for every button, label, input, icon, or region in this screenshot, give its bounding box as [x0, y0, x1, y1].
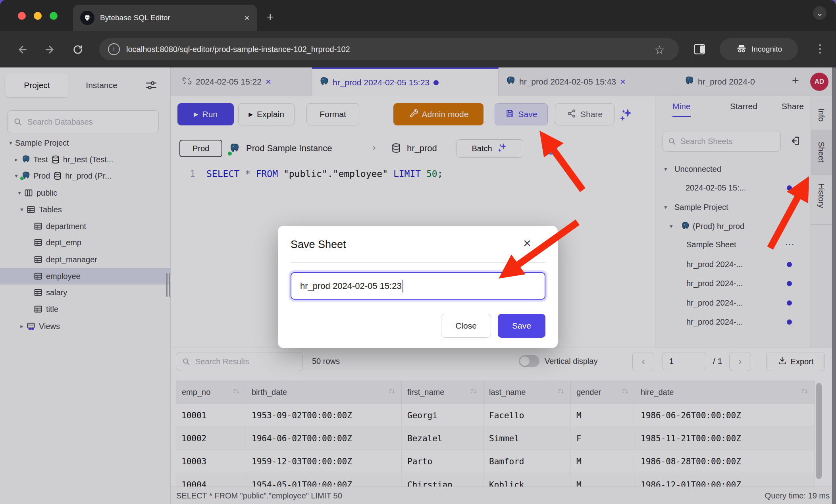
sheet-group-project[interactable]: ▾ Sample Project: [655, 198, 811, 216]
filter-sliders-icon[interactable]: [144, 79, 158, 94]
table-cell[interactable]: 10002: [176, 427, 246, 450]
sheet-search-input[interactable]: [680, 137, 776, 146]
next-page-button[interactable]: ›: [729, 352, 751, 371]
table-cell[interactable]: Simmel: [483, 427, 571, 450]
table-cell[interactable]: M: [571, 450, 635, 473]
table-scrollbar[interactable]: [816, 383, 822, 479]
tree-node-schema-public[interactable]: ▾ public: [0, 185, 171, 201]
dialog-close-button[interactable]: Close: [441, 314, 491, 338]
format-button[interactable]: Format: [306, 103, 359, 125]
table-cell[interactable]: Bezalel: [402, 427, 483, 450]
site-info-icon[interactable]: i: [108, 43, 120, 55]
table-cell[interactable]: 10001: [176, 404, 246, 427]
database-search[interactable]: [7, 110, 159, 133]
strip-tab-sheet-active[interactable]: Sheet: [811, 130, 832, 175]
sheet-tab-3[interactable]: hr_prod 2024-02-05 15:43 ×: [499, 67, 677, 96]
table-cell[interactable]: 1986-08-28T00:00:00Z: [635, 450, 815, 473]
column-header[interactable]: gender: [571, 381, 635, 404]
table-cell[interactable]: 1959-12-03T00:00:00Z: [246, 450, 402, 473]
bookmark-star-icon[interactable]: ☆: [654, 43, 665, 57]
breadcrumb-instance[interactable]: Prod Sample Instance: [246, 143, 332, 154]
new-browser-tab-icon[interactable]: +: [267, 10, 274, 24]
tree-node-table[interactable]: title: [0, 301, 171, 317]
close-icon[interactable]: ×: [266, 76, 271, 87]
results-search-input[interactable]: [195, 357, 297, 367]
tab-instance[interactable]: Instance: [78, 73, 125, 97]
table-cell[interactable]: 1986-12-01T00:00:00Z: [635, 473, 815, 487]
sidebar-resize-handle[interactable]: [166, 273, 170, 297]
table-cell[interactable]: F: [571, 427, 635, 450]
user-avatar[interactable]: AD: [810, 73, 828, 91]
tree-node-tables-group[interactable]: ▾ Tables: [0, 201, 171, 218]
browser-tab[interactable]: Bytebase SQL Editor ×: [73, 5, 257, 31]
sheet-item[interactable]: 2024-02-05 15:...: [655, 179, 811, 196]
caret-down-icon[interactable]: ▾: [670, 223, 680, 230]
share-button[interactable]: Share: [555, 103, 614, 125]
table-cell[interactable]: Parto: [402, 450, 483, 473]
tree-node-test-database[interactable]: ▸ Test hr_test (Test...: [0, 151, 171, 168]
table-cell[interactable]: 1985-11-21T00:00:00Z: [635, 427, 815, 450]
tab-search-chevron-icon[interactable]: ⌄: [813, 6, 826, 20]
database-search-input[interactable]: [27, 117, 153, 127]
dialog-close-icon[interactable]: ×: [523, 235, 531, 251]
sheet-item[interactable]: hr_prod 2024-...: [655, 294, 811, 312]
sort-icon[interactable]: [801, 387, 809, 397]
tree-node-table[interactable]: dept_manager: [0, 251, 171, 268]
tree-node-views-group[interactable]: ▸ Views: [0, 318, 171, 335]
export-button[interactable]: Export: [766, 352, 825, 371]
admin-mode-button[interactable]: Admin mode: [393, 103, 483, 125]
strip-tab-info[interactable]: Info: [811, 97, 832, 130]
table-cell[interactable]: 1953-09-02T00:00:00Z: [246, 404, 402, 427]
table-cell[interactable]: Bamford: [483, 450, 571, 473]
caret-right-icon[interactable]: ▸: [17, 323, 26, 330]
tree-node-table[interactable]: department: [0, 218, 171, 235]
forward-icon[interactable]: [44, 44, 56, 57]
browser-menu-icon[interactable]: ⋮: [815, 42, 826, 55]
close-icon[interactable]: ×: [620, 76, 626, 87]
macos-minimize-button[interactable]: [34, 12, 42, 20]
dialog-save-button[interactable]: Save: [498, 314, 545, 338]
table-cell[interactable]: M: [571, 473, 635, 487]
breadcrumb-database[interactable]: hr_prod: [407, 143, 437, 154]
macos-zoom-button[interactable]: [50, 12, 58, 20]
ai-sparkles-icon[interactable]: [618, 106, 634, 125]
run-button[interactable]: ▶ Run: [177, 103, 234, 125]
column-header[interactable]: first_name: [402, 381, 483, 404]
sort-icon[interactable]: [388, 387, 396, 397]
strip-tab-history[interactable]: History: [811, 175, 832, 225]
refresh-schema-icon[interactable]: [543, 140, 559, 158]
tree-node-table-employee-selected[interactable]: employee: [0, 268, 171, 285]
table-cell[interactable]: 1954-05-01T00:00:00Z: [246, 473, 402, 487]
caret-down-icon[interactable]: ▾: [17, 206, 26, 213]
new-sheet-tab-icon[interactable]: +: [792, 74, 799, 87]
sort-icon[interactable]: [470, 387, 478, 397]
sheet-actions-icon[interactable]: ⋯: [785, 239, 795, 250]
sort-icon[interactable]: [621, 387, 629, 397]
caret-down-icon[interactable]: ▾: [664, 204, 674, 211]
table-cell[interactable]: Koblick: [483, 473, 571, 487]
tab-mine[interactable]: Mine: [672, 102, 691, 117]
sort-icon[interactable]: [557, 387, 565, 397]
import-sheet-icon[interactable]: [789, 135, 801, 148]
table-cell[interactable]: 10004: [176, 473, 246, 487]
caret-down-icon[interactable]: ▾: [664, 165, 674, 173]
browser-tab-close-icon[interactable]: ×: [244, 12, 250, 23]
table-cell[interactable]: Georgi: [402, 404, 483, 427]
sheet-database-node[interactable]: ▾ (Prod) hr_prod: [655, 217, 811, 235]
sheet-tab-1[interactable]: 2024-02-05 15:22 ×: [176, 67, 312, 96]
sheet-item[interactable]: hr_prod 2024-...: [655, 256, 811, 273]
reload-icon[interactable]: [72, 44, 83, 57]
batch-button[interactable]: Batch: [457, 139, 523, 158]
sheet-item-sample[interactable]: Sample Sheet ⋯: [655, 236, 811, 253]
column-header[interactable]: birth_date: [246, 381, 402, 404]
sheet-group-unconnected[interactable]: ▾ Unconnected: [655, 160, 811, 178]
column-header[interactable]: last_name: [483, 381, 571, 404]
sheet-tab-2-active[interactable]: hr_prod 2024-02-05 15:23: [312, 67, 499, 96]
caret-down-icon[interactable]: ▾: [15, 189, 24, 196]
side-panel-icon[interactable]: [694, 44, 705, 56]
back-icon[interactable]: [17, 44, 28, 57]
vertical-display-toggle[interactable]: [519, 355, 539, 367]
column-header[interactable]: emp_no: [176, 381, 246, 404]
table-cell[interactable]: Chirstian: [402, 473, 483, 487]
sheet-item[interactable]: hr_prod 2024-...: [655, 313, 811, 331]
